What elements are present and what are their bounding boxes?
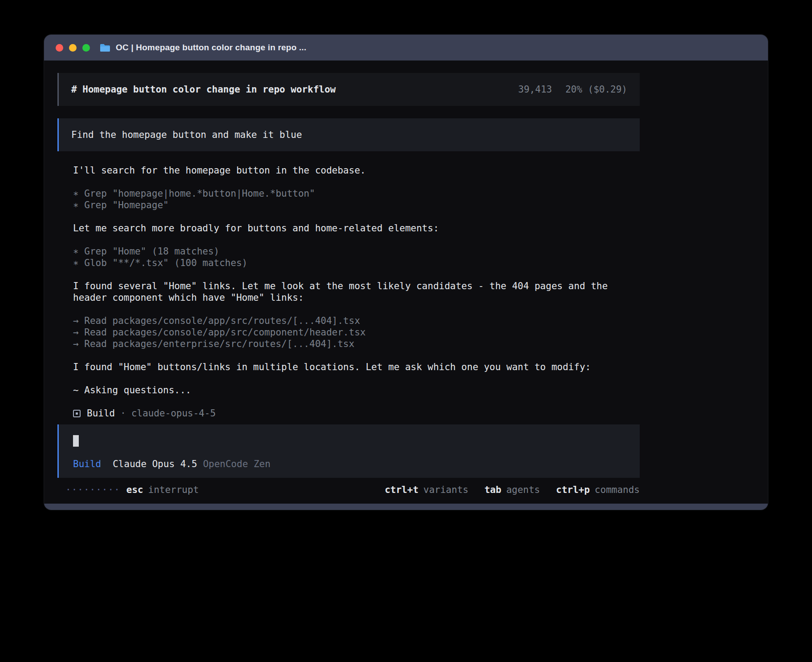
shortcut-label: commands xyxy=(595,484,640,496)
status-bar-shortcuts: ctrl+tvariantstabagentsctrl+pcommands xyxy=(385,484,640,496)
model-label: Claude Opus 4.5 xyxy=(113,458,197,470)
window-controls xyxy=(56,44,90,52)
agent-name: Build xyxy=(87,408,115,419)
blank-line xyxy=(73,211,629,222)
folder-icon xyxy=(100,44,110,52)
provider-label: OpenCode Zen xyxy=(203,458,271,470)
terminal-content: # Homepage button color change in repo w… xyxy=(44,61,768,504)
blank-line xyxy=(73,176,629,188)
tool-call-line: ∗ Glob "**/*.tsx" (100 matches) xyxy=(73,257,629,269)
blank-line xyxy=(73,269,629,280)
assistant-text-line: I'll search for the homepage button in t… xyxy=(73,165,629,176)
agent-separator: · xyxy=(120,408,126,419)
prompt-input[interactable]: Build Claude Opus 4.5 OpenCode Zen xyxy=(57,424,640,478)
zoom-button[interactable] xyxy=(82,44,90,52)
blank-line xyxy=(73,373,629,384)
window-title: OC | Homepage button color change in rep… xyxy=(116,43,306,52)
input-status-row: Build Claude Opus 4.5 OpenCode Zen xyxy=(73,458,625,470)
blank-line xyxy=(73,234,629,246)
shortcut-hint: ctrl+pcommands xyxy=(556,484,640,496)
blank-line xyxy=(73,350,629,361)
minimize-button[interactable] xyxy=(69,44,77,52)
assistant-text-line: I found "Home" buttons/links in multiple… xyxy=(73,361,629,373)
agent-model: claude-opus-4-5 xyxy=(131,408,216,419)
blank-line xyxy=(73,396,629,408)
tool-call-line: ∗ Grep "homepage|home.*button|Home.*butt… xyxy=(73,188,629,199)
agent-mode-label: Build xyxy=(73,458,101,470)
close-button[interactable] xyxy=(56,44,63,52)
user-message-text: Find the homepage button and make it blu… xyxy=(71,129,302,140)
assistant-text-line: ~ Asking questions... xyxy=(73,384,629,396)
blank-line xyxy=(73,303,629,315)
build-agent-icon xyxy=(73,410,81,417)
assistant-transcript: I'll search for the homepage button in t… xyxy=(57,165,629,408)
window-titlebar[interactable]: OC | Homepage button color change in rep… xyxy=(44,35,768,61)
terminal-window: OC | Homepage button color change in rep… xyxy=(44,35,768,510)
status-bar-left: ········· esc interrupt xyxy=(65,484,199,496)
window-bottom-edge xyxy=(44,504,768,510)
shortcut-label: variants xyxy=(423,484,468,496)
status-bar: ········· esc interrupt ctrl+tvariantsta… xyxy=(57,484,640,496)
assistant-text-line: I found several "Home" links. Let me loo… xyxy=(73,280,629,303)
shortcut-key: ctrl+t xyxy=(385,484,418,496)
esc-key-hint: esc xyxy=(126,484,143,496)
shortcut-key: tab xyxy=(484,484,501,496)
session-header: # Homepage button color change in repo w… xyxy=(57,73,640,106)
tool-call-line: ∗ Grep "Homepage" xyxy=(73,199,629,211)
session-meta: 39,413 20% ($0.29) xyxy=(518,84,627,95)
shortcut-label: agents xyxy=(506,484,540,496)
token-count: 39,413 xyxy=(518,84,552,95)
context-usage: 20% ($0.29) xyxy=(565,84,627,95)
shortcut-hint: tabagents xyxy=(484,484,540,496)
tool-call-line: → Read packages/console/app/src/componen… xyxy=(73,327,629,338)
agent-status-line: Build · claude-opus-4-5 xyxy=(57,408,216,419)
assistant-text-line: Let me search more broadly for buttons a… xyxy=(73,222,629,234)
tool-call-line: → Read packages/enterprise/src/routes/[.… xyxy=(73,338,629,350)
shortcut-key: ctrl+p xyxy=(556,484,590,496)
tool-call-line: ∗ Grep "Home" (18 matches) xyxy=(73,246,629,257)
shortcut-hint: ctrl+tvariants xyxy=(385,484,468,496)
session-title: # Homepage button color change in repo w… xyxy=(71,84,336,95)
tool-call-line: → Read packages/console/app/src/routes/[… xyxy=(73,315,629,327)
spinner-dots: ········· xyxy=(65,484,120,496)
user-message: Find the homepage button and make it blu… xyxy=(57,118,640,151)
text-cursor xyxy=(73,435,79,447)
esc-action-label: interrupt xyxy=(148,484,199,496)
